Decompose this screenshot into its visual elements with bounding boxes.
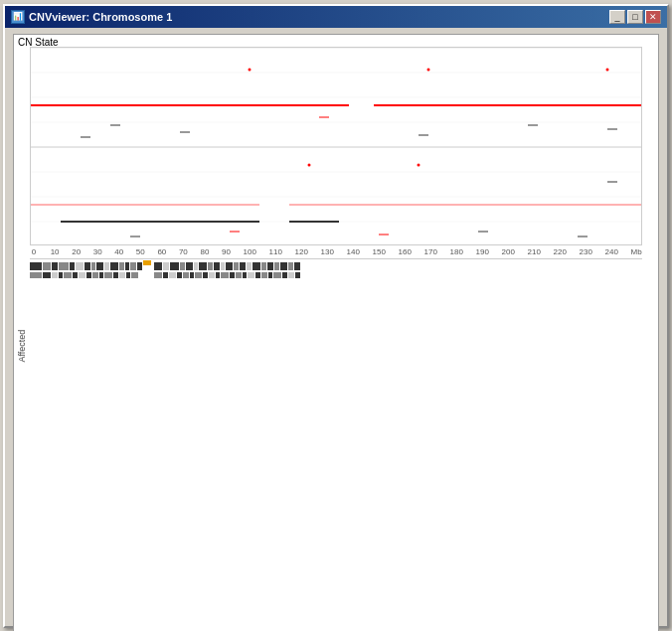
x-label-110: 110 [269,247,282,256]
x-label-100: 100 [244,247,256,256]
svg-rect-104 [209,272,215,278]
x-label-30: 30 [93,247,102,256]
x-label-160: 160 [399,247,412,256]
svg-rect-103 [203,272,208,278]
svg-rect-56 [130,262,136,270]
svg-rect-78 [280,262,287,270]
x-label-190: 190 [476,247,489,256]
svg-rect-94 [126,272,130,278]
chart-section: CN State Affected Unaffected [13,34,659,632]
svg-rect-117 [295,272,300,278]
svg-point-21 [249,68,252,71]
title-bar-buttons: _ □ ✕ [609,10,661,24]
svg-rect-93 [119,272,125,278]
x-label-140: 140 [347,247,360,256]
main-window: 📊 CNVviewer: Chromosome 1 _ □ ✕ CN State… [3,4,669,628]
x-label-120: 120 [295,247,308,256]
svg-rect-113 [268,272,272,278]
x-label-170: 170 [424,247,437,256]
title-bar-left: 📊 CNVviewer: Chromosome 1 [11,10,172,24]
svg-rect-50 [91,262,95,270]
svg-rect-53 [110,262,118,270]
minimize-button[interactable]: _ [609,10,625,24]
svg-rect-86 [73,272,78,278]
svg-rect-44 [43,262,51,270]
x-label-10: 10 [51,247,60,256]
svg-point-36 [418,163,420,166]
svg-rect-87 [79,272,85,278]
unaffected-label: Unaffected [17,362,27,631]
x-label-180: 180 [450,247,463,256]
svg-rect-75 [261,262,266,270]
svg-rect-65 [194,262,198,270]
x-label-90: 90 [222,247,231,256]
svg-rect-49 [84,262,90,270]
svg-rect-67 [208,262,213,270]
svg-rect-74 [252,262,260,270]
svg-rect-83 [52,272,58,278]
maximize-button[interactable]: □ [627,10,643,24]
svg-rect-64 [186,262,193,270]
svg-rect-106 [221,272,229,278]
svg-rect-66 [199,262,207,270]
main-content: CN State Affected Unaffected [5,28,667,632]
x-label-70: 70 [179,247,188,256]
x-label-200: 200 [502,247,515,256]
svg-rect-91 [104,272,112,278]
svg-rect-73 [247,262,252,270]
x-label-210: 210 [528,247,541,256]
svg-rect-97 [163,272,168,278]
svg-rect-85 [64,272,72,278]
app-icon: 📊 [11,10,25,24]
svg-rect-100 [183,272,189,278]
svg-point-35 [308,163,311,166]
svg-rect-77 [274,262,279,270]
svg-rect-88 [86,272,91,278]
svg-rect-59 [143,260,151,265]
svg-rect-82 [43,272,51,278]
x-label-mb: Mb [631,247,642,256]
svg-rect-95 [131,272,138,278]
svg-rect-68 [214,262,220,270]
svg-rect-45 [52,262,58,270]
svg-point-30 [606,68,609,71]
svg-rect-80 [294,262,300,270]
svg-rect-43 [30,262,42,270]
svg-rect-99 [177,272,182,278]
title-bar: 📊 CNVviewer: Chromosome 1 _ □ ✕ [5,6,667,28]
x-axis: 0 10 20 30 40 50 60 70 80 90 100 110 120… [30,245,642,258]
svg-rect-102 [195,272,202,278]
svg-rect-63 [180,262,185,270]
x-label-220: 220 [554,247,567,256]
svg-rect-51 [96,262,103,270]
svg-rect-70 [226,262,233,270]
svg-rect-81 [30,272,42,278]
x-label-0: 0 [30,247,38,256]
svg-rect-54 [119,262,124,270]
x-label-60: 60 [157,247,166,256]
x-label-20: 20 [72,247,81,256]
x-label-80: 80 [200,247,209,256]
karyotype-svg [30,258,642,280]
svg-rect-92 [113,272,118,278]
chart-title: CN State [18,37,59,48]
svg-rect-61 [163,262,169,270]
svg-rect-69 [221,262,225,270]
svg-rect-116 [288,272,294,278]
svg-rect-110 [248,272,254,278]
svg-point-26 [427,68,430,71]
svg-rect-96 [154,272,162,278]
svg-rect-108 [236,272,242,278]
svg-rect-105 [216,272,220,278]
svg-rect-111 [255,272,260,278]
svg-rect-62 [170,262,179,270]
svg-rect-60 [154,262,162,270]
window-close-button[interactable]: ✕ [645,10,661,24]
svg-rect-71 [234,262,239,270]
x-label-230: 230 [580,247,592,256]
x-label-40: 40 [114,247,123,256]
svg-rect-48 [76,262,84,270]
svg-rect-84 [59,272,63,278]
svg-rect-55 [125,262,129,270]
right-spacer [642,47,658,632]
